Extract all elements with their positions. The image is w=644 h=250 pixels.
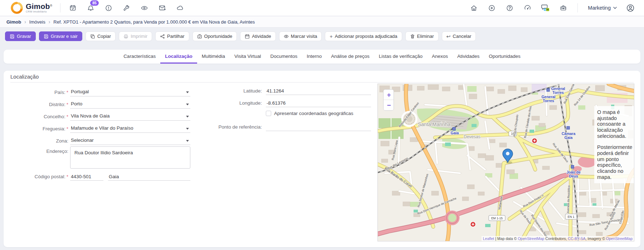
tab-oportunidades[interactable]: Oportunidades [484,50,525,64]
svg-text:Deus: Deus [569,174,578,178]
save-icon [44,34,49,39]
longitude-input[interactable] [266,99,371,107]
tab-listas-de-verificacao[interactable]: Listas de verificação [374,50,427,64]
longitude-label: Longitude: [168,100,262,106]
tabbar: Características Localização Multimédia V… [4,50,640,64]
brand-registered: ® [50,4,53,8]
endereco-label: Endereço: [4,149,68,154]
add-awarded-proposal-button[interactable]: + Adicionar proposta adjudicada [325,31,402,41]
section-title: Localização [10,74,39,80]
breadcrumb-current: Ref. XPTO1 - Apartamento 2 Quartos, para… [53,19,255,25]
home-icon[interactable] [469,4,478,12]
pais-label: País:* [4,90,68,95]
license-link[interactable]: CC-BY-SA [568,236,585,241]
svg-text:Torres: Torres [543,99,554,103]
latitude-input[interactable] [266,87,371,95]
svg-text:EM 1-15: EM 1-15 [491,216,503,220]
concelho-label: Concelho:* [4,114,68,119]
tab-localizacao[interactable]: Localização [160,50,197,64]
map-zoom-control: + − [383,89,394,111]
opportunity-button[interactable]: Oportunidade [192,31,237,41]
bia-assistant-icon[interactable]: B IA [541,4,550,12]
zona-select[interactable]: Selecionar [70,137,190,145]
cloud-icon[interactable] [176,4,184,12]
bia-ia-letters: IA [547,8,549,11]
toolbar: Gravar Gravar e sair Copiar Imprimir Par… [5,31,476,41]
opportunity-icon [197,34,202,39]
performance-gauge-icon[interactable] [523,4,532,12]
activity-calendar-icon [245,34,250,39]
user-avatar-icon[interactable] [626,4,635,12]
schedule-visit-button[interactable]: Marcar visita [279,31,322,41]
codigo-postal-input[interactable] [70,172,103,181]
osm-link[interactable]: OpenStreetMap [518,236,544,241]
tab-analise-de-precos[interactable]: Análise de preços [326,50,374,64]
tab-visita-virtual[interactable]: Visita Virtual [230,50,266,64]
calendar-icon[interactable] [68,4,77,12]
place-santa-marinha: Santa Marinha [418,121,450,127]
alerts-icon[interactable] [104,4,113,12]
app-header: Gimob® CRM imobiliário 85 [0,0,644,16]
add-new-icon[interactable] [487,4,496,12]
team-selector[interactable]: Marketing [588,5,617,11]
section-divider [10,82,634,82]
share-button[interactable]: Partilhar [155,31,189,41]
notifications-badge: 85 [90,0,99,6]
activity-button[interactable]: Atividade [240,31,275,41]
tab-caracteristicas[interactable]: Características [119,50,160,64]
printer-icon [123,34,128,39]
localization-panel: Localização País:* Portugal Distrito:* P… [4,71,640,247]
svg-text:Torres: Torres [552,90,564,95]
team-selector-label: Marketing [588,5,611,11]
save-button[interactable]: Gravar [5,31,36,41]
codigo-postal-label: Código postal:* [4,174,68,179]
show-coordinates-label: Apresentar coordenadas geográficas [274,111,353,116]
latitude-label: Latitude: [168,88,262,94]
tab-anexos[interactable]: Anexos [427,50,453,64]
cancel-button[interactable]: ↩ Cancelar [442,31,476,41]
tab-multimedia[interactable]: Multimédia [197,50,230,64]
undo-arrow-icon: ↩ [447,34,451,39]
codigo-postal-locality-input[interactable] [108,172,190,181]
tools-wrench-icon[interactable] [122,4,131,12]
tab-documentos[interactable]: Documentos [266,50,302,64]
concelho-select[interactable]: Vila Nova de Gaia [70,112,190,121]
gimob-logo[interactable]: Gimob® CRM imobiliário [0,2,52,14]
mail-icon[interactable] [158,4,166,12]
plus-icon: + [330,34,332,39]
print-button[interactable]: Imprimir [119,31,152,41]
map-zoom-out-button[interactable]: − [384,100,394,110]
breadcrumb: Gimob › Imóveis › Ref. XPTO1 - Apartamen… [0,16,644,28]
gimob-logo-icon [11,2,23,14]
osm-imagery-link[interactable]: OpenStreetMap [606,236,633,241]
notifications-bell-icon[interactable]: 85 [86,4,95,12]
place-devesas: Devesas [464,134,480,139]
bia-b-letter: B [545,9,546,11]
map-hint-line-2: Posteriormente poderá definir um ponto e… [597,144,631,180]
map-hint-line-1: O mapa é ajustado consoante a localizaçã… [597,109,631,139]
map-hint-overlay: O mapa é ajustado consoante a localizaçã… [594,106,634,183]
breadcrumb-separator: › [24,19,26,25]
watch-eye-icon[interactable] [140,4,148,12]
ponto-referencia-label: Ponto de referência: [168,124,262,130]
tab-interno[interactable]: Interno [302,50,326,64]
map-zoom-in-button[interactable]: + [384,90,394,100]
copy-icon [90,34,95,39]
help-icon[interactable] [505,4,514,12]
map[interactable]: 16 EM 1-15 EN 1 Rotunda Edgar Cardoso Ru… [377,84,634,241]
ponto-referencia-input[interactable] [266,123,371,131]
save-and-exit-button[interactable]: Gravar e sair [39,31,82,41]
endereco-textarea[interactable]: Rua Doutor Ilídio Sardoeira [70,146,190,169]
delete-button[interactable]: Eliminar [405,31,439,41]
leaflet-link[interactable]: Leaflet [483,236,494,241]
copy-button[interactable]: Copiar [86,31,116,41]
header-right-divider [577,3,578,12]
chevron-down-icon [613,7,617,9]
breadcrumb-imoveis[interactable]: Imóveis [29,19,45,25]
tab-atividades[interactable]: Atividades [453,50,484,64]
save-icon [10,34,15,39]
show-coordinates-checkbox[interactable] [266,111,271,116]
breadcrumb-home[interactable]: Gimob [6,19,21,25]
briefcase-icon[interactable] [559,4,567,12]
trash-icon [410,34,415,39]
